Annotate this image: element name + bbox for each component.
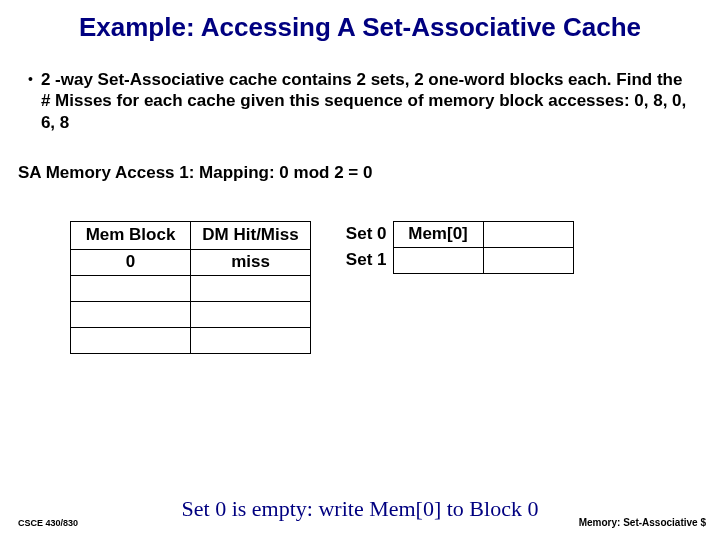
access-mapping-line: SA Memory Access 1: Mapping: 0 mod 2 = 0: [0, 133, 720, 183]
table-cell: [71, 275, 191, 301]
table-cell: miss: [191, 249, 311, 275]
col-header-hitmiss: DM Hit/Miss: [191, 221, 311, 249]
table-cell: [191, 301, 311, 327]
col-header-memblock: Mem Block: [71, 221, 191, 249]
bullet-text: 2 -way Set-Associative cache contains 2 …: [41, 69, 690, 133]
bullet-dot: •: [28, 71, 33, 133]
cache-cell: [483, 221, 573, 247]
table-cell: [191, 275, 311, 301]
footer-course-code: CSCE 430/830: [18, 518, 78, 528]
cache-cell: [483, 247, 573, 273]
table-cell: [191, 327, 311, 353]
cache-cell: [393, 247, 483, 273]
table-cell: [71, 327, 191, 353]
table-cell: 0: [71, 249, 191, 275]
table-cell: [71, 301, 191, 327]
bullet-item: • 2 -way Set-Associative cache contains …: [0, 51, 720, 133]
set-label-1: Set 1: [331, 247, 393, 273]
cache-cell: Mem[0]: [393, 221, 483, 247]
cache-state-table: Set 0 Mem[0] Set 1: [331, 221, 574, 274]
slide-title: Example: Accessing A Set-Associative Cac…: [0, 0, 720, 51]
set-label-0: Set 0: [331, 221, 393, 247]
access-table: Mem Block DM Hit/Miss 0 miss: [70, 221, 311, 354]
tables-row: Mem Block DM Hit/Miss 0 miss Set 0 Mem[0…: [0, 183, 720, 354]
footer-topic: Memory: Set-Associative $: [579, 517, 706, 528]
